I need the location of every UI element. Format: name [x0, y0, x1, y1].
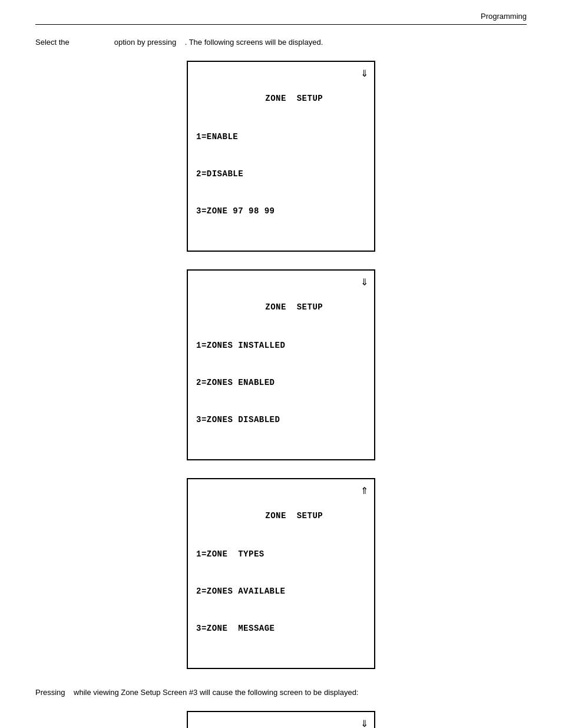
screen1-title: ZONE SETUP — [196, 93, 366, 105]
intro-text: Select the option by pressing . The foll… — [35, 37, 527, 49]
intro-part1: Select the — [35, 38, 70, 47]
screen-content-2: ZONE SETUP 1=ZONES INSTALLED 2=ZONES ENA… — [196, 276, 366, 451]
screen-box-2: ⇓ ZONE SETUP 1=ZONES INSTALLED 2=ZONES E… — [187, 269, 375, 460]
intro-part2: option by pressing — [114, 38, 177, 47]
screen-box-3: ⇑ ZONE SETUP 1=ZONE TYPES 2=ZONES AVAILA… — [187, 478, 375, 669]
screen2-title: ZONE SETUP — [196, 301, 366, 314]
scroll-down-icon-2: ⇓ — [361, 276, 368, 288]
page-header: Programming — [35, 12, 527, 25]
screen1-line3: 3=ZONE 97 98 99 — [196, 205, 366, 218]
screen3-line2: 2=ZONES AVAILABLE — [196, 585, 366, 598]
screen3-title: ZONE SETUP — [196, 510, 366, 522]
screen2-line3: 3=ZONES DISABLED — [196, 414, 366, 426]
screen2-line2: 2=ZONES ENABLED — [196, 377, 366, 389]
page-container: Programming Select the option by pressin… — [0, 0, 562, 728]
pressing-part1: Pressing — [35, 688, 65, 697]
scroll-down-icon-4: ⇓ — [361, 718, 368, 728]
pressing-part2: while viewing Zone Setup Screen #3 will … — [74, 688, 358, 697]
screen3-line3: 3=ZONE MESSAGE — [196, 622, 366, 635]
screen-content-4: ZONE MESSAGE 1=Z00 NO MESSAGE 2=Z01 NO M… — [196, 718, 366, 728]
screen3-line1: 1=ZONE TYPES — [196, 548, 366, 561]
screens-container: ⇓ ZONE SETUP 1=ENABLE 2=DISABLE 3=ZONE 9… — [35, 61, 527, 669]
header-title: Programming — [481, 12, 527, 21]
scroll-down-icon-1: ⇓ — [361, 68, 368, 79]
screen1-line1: 1=ENABLE — [196, 131, 366, 143]
intro-part3: . The following screens will be displaye… — [185, 38, 323, 47]
screen4-container: ⇓ ZONE MESSAGE 1=Z00 NO MESSAGE 2=Z01 NO… — [35, 711, 527, 728]
screen-box-1: ⇓ ZONE SETUP 1=ENABLE 2=DISABLE 3=ZONE 9… — [187, 61, 375, 252]
screen-content-3: ZONE SETUP 1=ZONE TYPES 2=ZONES AVAILABL… — [196, 485, 366, 660]
screen-box-4: ⇓ ZONE MESSAGE 1=Z00 NO MESSAGE 2=Z01 NO… — [187, 711, 375, 728]
screen-content-1: ZONE SETUP 1=ENABLE 2=DISABLE 3=ZONE 97 … — [196, 68, 366, 242]
screen2-line1: 1=ZONES INSTALLED — [196, 340, 366, 352]
scroll-up-icon-3: ⇑ — [361, 485, 368, 496]
pressing-text: Pressing while viewing Zone Setup Screen… — [35, 687, 527, 699]
screen1-line2: 2=DISABLE — [196, 168, 366, 180]
